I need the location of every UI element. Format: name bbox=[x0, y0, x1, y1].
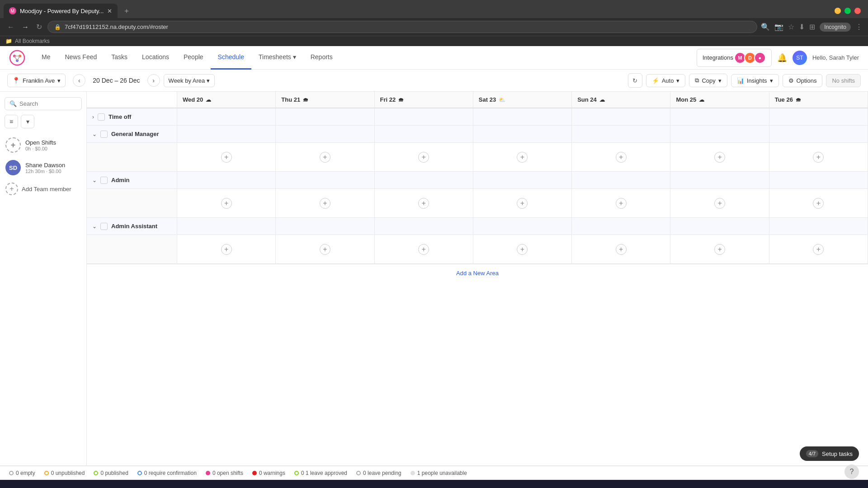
insights-button[interactable]: 📊 Insights ▾ bbox=[731, 74, 779, 87]
gm-shift-cell-5[interactable]: + bbox=[670, 143, 769, 171]
admin-asst-header-cell-4[interactable] bbox=[572, 218, 670, 235]
add-shift-4-admin[interactable]: + bbox=[616, 198, 627, 209]
admin-shift-cell-5[interactable]: + bbox=[670, 189, 769, 217]
admin-asst-header-cell-2[interactable] bbox=[375, 218, 473, 235]
setup-tasks-button[interactable]: 4/7 Setup tasks bbox=[800, 446, 859, 461]
admin-asst-shift-cell-1[interactable]: + bbox=[276, 235, 374, 263]
expand-time-off-button[interactable]: › bbox=[92, 114, 94, 120]
gm-shift-cell-1[interactable]: + bbox=[276, 143, 374, 171]
add-shift-0-gm[interactable]: + bbox=[221, 152, 232, 163]
open-shifts-item[interactable]: + Open Shifts 0h · $0.00 bbox=[0, 134, 86, 156]
admin-shift-cell-4[interactable]: + bbox=[572, 189, 670, 217]
address-bar[interactable]: 🔒 7cf47d19112152.na.deputy.com/#roster bbox=[47, 21, 757, 33]
add-shift-1-admin[interactable]: + bbox=[320, 198, 330, 209]
gm-shift-cell-4[interactable]: + bbox=[572, 143, 670, 171]
gm-header-cell-2[interactable] bbox=[375, 126, 473, 142]
reload-button[interactable]: ↻ bbox=[34, 21, 44, 33]
time-off-cell-5[interactable] bbox=[670, 108, 769, 125]
add-shift-4-gm[interactable]: + bbox=[616, 152, 627, 163]
gm-header-cell-4[interactable] bbox=[572, 126, 670, 142]
integrations-button[interactable]: Integrations M D ● bbox=[697, 49, 772, 67]
add-shift-3-asst[interactable]: + bbox=[517, 244, 528, 255]
admin-asst-header-cell-3[interactable] bbox=[473, 218, 572, 235]
close-tab-button[interactable]: ✕ bbox=[107, 8, 112, 14]
admin-asst-shift-cell-0[interactable]: + bbox=[177, 235, 276, 263]
admin-asst-shift-cell-2[interactable]: + bbox=[375, 235, 473, 263]
notification-bell-icon[interactable]: 🔔 bbox=[777, 53, 787, 63]
time-off-cell-2[interactable] bbox=[375, 108, 473, 125]
sort-button[interactable]: ≡ bbox=[5, 115, 18, 128]
refresh-button[interactable]: ↻ bbox=[628, 73, 642, 88]
add-shift-5-asst[interactable]: + bbox=[714, 244, 725, 255]
add-shift-2-asst[interactable]: + bbox=[418, 244, 429, 255]
location-selector[interactable]: 📍 Franklin Ave ▾ bbox=[7, 74, 66, 87]
new-tab-button[interactable]: ＋ bbox=[119, 5, 134, 18]
options-button[interactable]: ⚙ Options bbox=[783, 74, 823, 87]
add-shift-3-gm[interactable]: + bbox=[517, 152, 528, 163]
admin-asst-shift-cell-5[interactable]: + bbox=[670, 235, 769, 263]
expand-admin-asst-button[interactable]: ⌄ bbox=[92, 223, 97, 230]
add-shift-1-gm[interactable]: + bbox=[320, 152, 330, 163]
nav-timesheets[interactable]: Timesheets ▾ bbox=[251, 46, 303, 70]
add-shift-4-asst[interactable]: + bbox=[616, 244, 627, 255]
nav-locations[interactable]: Locations bbox=[135, 46, 176, 70]
time-off-cell-1[interactable] bbox=[276, 108, 374, 125]
gm-header-cell-3[interactable] bbox=[473, 126, 572, 142]
maximize-button[interactable] bbox=[844, 8, 851, 14]
nav-me[interactable]: Me bbox=[34, 46, 57, 70]
add-shift-2-gm[interactable]: + bbox=[418, 152, 429, 163]
add-shift-6-gm[interactable]: + bbox=[813, 152, 824, 163]
admin-shift-cell-6[interactable]: + bbox=[769, 189, 868, 217]
add-new-area-button[interactable]: Add a New Area bbox=[87, 264, 868, 282]
menu-icon[interactable]: ⋮ bbox=[855, 23, 863, 31]
admin-header-cell-6[interactable] bbox=[769, 172, 868, 188]
camera-off-icon[interactable]: 📷 bbox=[774, 23, 783, 31]
admin-shift-cell-3[interactable]: + bbox=[473, 189, 572, 217]
close-window-button[interactable] bbox=[854, 8, 861, 14]
time-off-cell-3[interactable] bbox=[473, 108, 572, 125]
auto-button[interactable]: ⚡ Auto ▾ bbox=[646, 74, 686, 87]
admin-asst-header-cell-1[interactable] bbox=[276, 218, 374, 235]
add-shift-6-admin[interactable]: + bbox=[813, 198, 824, 209]
gm-header-cell-0[interactable] bbox=[177, 126, 276, 142]
time-off-checkbox[interactable] bbox=[98, 113, 105, 121]
add-shift-5-admin[interactable]: + bbox=[714, 198, 725, 209]
view-selector[interactable]: Week by Area ▾ bbox=[164, 74, 215, 87]
admin-shift-cell-2[interactable]: + bbox=[375, 189, 473, 217]
gm-shift-cell-6[interactable]: + bbox=[769, 143, 868, 171]
add-shift-1-asst[interactable]: + bbox=[320, 244, 330, 255]
expand-admin-button[interactable]: ⌄ bbox=[92, 177, 97, 183]
add-member-button[interactable]: + Add Team member bbox=[0, 179, 86, 199]
admin-asst-header-cell-5[interactable] bbox=[670, 218, 769, 235]
time-off-cell-0[interactable] bbox=[177, 108, 276, 125]
app-logo[interactable] bbox=[9, 50, 25, 66]
add-shift-0-admin[interactable]: + bbox=[221, 198, 232, 209]
admin-header-cell-3[interactable] bbox=[473, 172, 572, 188]
gm-shift-cell-3[interactable]: + bbox=[473, 143, 572, 171]
gm-header-cell-1[interactable] bbox=[276, 126, 374, 142]
add-shift-5-gm[interactable]: + bbox=[714, 152, 725, 163]
gm-header-cell-6[interactable] bbox=[769, 126, 868, 142]
time-off-cell-4[interactable] bbox=[572, 108, 670, 125]
admin-asst-checkbox[interactable] bbox=[100, 223, 108, 230]
admin-asst-shift-cell-3[interactable]: + bbox=[473, 235, 572, 263]
admin-header-cell-4[interactable] bbox=[572, 172, 670, 188]
search-input[interactable] bbox=[19, 100, 77, 107]
nav-news-feed[interactable]: News Feed bbox=[57, 46, 104, 70]
add-shift-0-asst[interactable]: + bbox=[221, 244, 232, 255]
active-tab[interactable]: M Moodjoy - Powered By Deputy... ✕ bbox=[4, 4, 118, 18]
forward-button[interactable]: → bbox=[20, 21, 31, 33]
admin-header-cell-0[interactable] bbox=[177, 172, 276, 188]
back-button[interactable]: ← bbox=[5, 21, 16, 33]
user-avatar[interactable]: ST bbox=[793, 51, 807, 65]
next-week-button[interactable]: › bbox=[147, 74, 160, 87]
admin-asst-shift-cell-4[interactable]: + bbox=[572, 235, 670, 263]
member-item-0[interactable]: SD Shane Dawson 12h 30m · $0.00 bbox=[0, 156, 86, 179]
admin-asst-header-cell-6[interactable] bbox=[769, 218, 868, 235]
admin-header-cell-1[interactable] bbox=[276, 172, 374, 188]
search-box[interactable]: 🔍 bbox=[5, 97, 82, 110]
admin-asst-shift-cell-6[interactable]: + bbox=[769, 235, 868, 263]
admin-shift-cell-1[interactable]: + bbox=[276, 189, 374, 217]
gm-shift-cell-0[interactable]: + bbox=[177, 143, 276, 171]
gm-checkbox[interactable] bbox=[100, 131, 108, 138]
